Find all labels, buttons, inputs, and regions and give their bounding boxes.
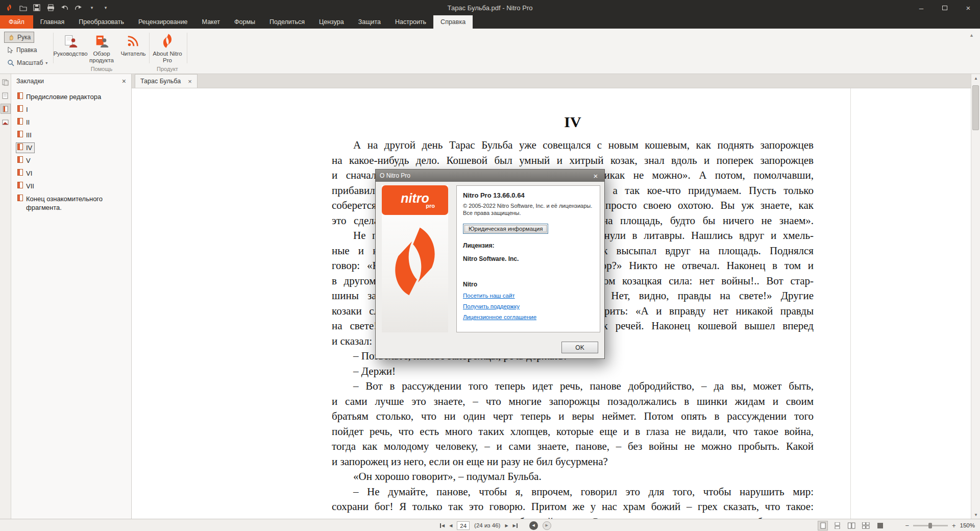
legal-info-button[interactable]: Юридическая информация — [463, 224, 548, 234]
reader-button[interactable]: Читатель — [119, 31, 147, 71]
menu-tab-layout[interactable]: Макет — [195, 15, 227, 29]
toolbar-more-chevron-icon[interactable]: ▾ — [102, 4, 110, 12]
bookmark-item[interactable]: I — [11, 103, 131, 116]
pages-panel-icon[interactable] — [1, 77, 11, 87]
get-support-link[interactable]: Получить поддержку — [463, 303, 520, 309]
ribbon-tab-bar: Файл Главная Преобразовать Рецензировани… — [0, 15, 980, 29]
menu-tab-redact[interactable]: Цензура — [312, 15, 351, 29]
close-button[interactable]: × — [957, 0, 980, 15]
bookmark-icon — [17, 92, 23, 99]
chevron-down-icon: ▾ — [45, 61, 47, 65]
page-edge-line — [850, 88, 851, 519]
bookmark-icon — [17, 169, 23, 176]
next-view-button[interactable]: ▶ — [543, 521, 551, 530]
minimize-button[interactable]: – — [910, 0, 933, 15]
comments-panel-icon[interactable] — [1, 90, 11, 101]
menu-tab-review[interactable]: Рецензирование — [131, 15, 195, 29]
window-title: Тарас Бульба.pdf - Nitro Pro — [448, 4, 533, 12]
redo-icon[interactable] — [74, 4, 82, 12]
scroll-down-icon[interactable]: ▼ — [971, 511, 980, 519]
about-nitro-pro-button[interactable]: About Nitro Pro — [152, 31, 183, 71]
visit-website-link[interactable]: Посетить наш сайт — [463, 293, 515, 299]
bookmark-icon — [17, 143, 23, 150]
last-page-button[interactable]: ▶ — [513, 523, 518, 528]
menu-tab-forms[interactable]: Формы — [227, 15, 262, 29]
doc-line: – Держи! — [332, 364, 814, 379]
doc-line: тогда как молодому человеку, – и сами зн… — [332, 439, 814, 454]
first-page-button[interactable]: ◀ — [440, 523, 445, 528]
zoom-slider[interactable] — [913, 525, 948, 526]
menu-tab-share[interactable]: Поделиться — [262, 15, 312, 29]
zoom-level-label: 150% — [960, 522, 975, 528]
bookmark-item[interactable]: VII — [11, 180, 131, 192]
ribbon-separator — [149, 33, 150, 63]
page-number-input[interactable]: 24 — [457, 521, 470, 530]
tab-close-icon[interactable]: × — [188, 78, 192, 85]
toolbar-customize-chevron-icon[interactable]: ▾ — [88, 4, 96, 12]
ok-button[interactable]: OK — [561, 342, 598, 353]
dialog-close-icon[interactable]: × — [591, 172, 600, 180]
page-navigation: ◀ ◀ 24 (24 из 46) ▶ ▶ ◀ ▶ — [440, 519, 551, 531]
scroll-up-icon[interactable]: ▲ — [971, 74, 980, 82]
document-tab[interactable]: Тарас Бульба × — [135, 74, 198, 88]
ribbon-separator — [53, 33, 54, 63]
scrollbar-thumb[interactable] — [972, 85, 979, 130]
doc-line: и запорожец из него, если он еще ни разу… — [332, 454, 814, 470]
product-version-label: Nitro Pro 13.66.0.64 — [463, 191, 594, 199]
menu-tab-protect[interactable]: Защита — [351, 15, 388, 29]
zoom-slider-thumb[interactable] — [928, 523, 932, 528]
bookmark-item[interactable]: VI — [11, 167, 131, 180]
ribbon-collapse-icon[interactable]: ▲ — [969, 33, 974, 38]
print-icon[interactable] — [46, 4, 55, 12]
bookmarks-close-icon[interactable]: × — [122, 78, 126, 85]
license-agreement-link[interactable]: Лицензионное соглашение — [463, 314, 536, 320]
next-page-button[interactable]: ▶ — [505, 523, 508, 528]
maximize-button[interactable] — [933, 0, 957, 15]
bookmark-item[interactable]: V — [11, 154, 131, 167]
menu-tab-home[interactable]: Главная — [33, 15, 72, 29]
doc-line: вот сколько лет уже, как, по милости бож… — [332, 515, 814, 519]
facing-continuous-view-icon[interactable] — [861, 521, 871, 530]
bookmark-item[interactable]: Предисловие редактора — [11, 90, 131, 103]
single-page-view-icon[interactable] — [818, 521, 828, 530]
open-icon[interactable] — [19, 4, 27, 12]
continuous-view-icon[interactable] — [832, 521, 842, 530]
doc-line: братьям столько, что ни один черт теперь… — [332, 409, 814, 424]
edit-tool-button[interactable]: Правка — [4, 44, 40, 56]
guide-button[interactable]: Руководство — [56, 31, 85, 71]
page-count-label: (24 из 46) — [474, 522, 500, 528]
chapter-heading: IV — [332, 113, 814, 131]
menu-tab-file[interactable]: Файл — [0, 15, 33, 29]
undo-icon[interactable] — [60, 4, 68, 12]
bookmark-item-selected[interactable]: IV — [11, 141, 131, 154]
previous-view-button[interactable]: ◀ — [529, 521, 538, 530]
maximize-icon — [942, 6, 947, 10]
view-mode-controls — [818, 519, 885, 531]
hand-tool-button[interactable]: Рука — [4, 32, 34, 43]
zoom-in-icon[interactable]: + — [952, 522, 956, 529]
product-tour-icon — [94, 33, 109, 49]
bookmark-item[interactable]: II — [11, 116, 131, 129]
bookmark-item[interactable]: III — [11, 129, 131, 141]
bookmark-item[interactable]: Конец ознакомительного фрагмента. — [11, 192, 131, 214]
doc-line: и сами лучше это знаете, – что многие за… — [332, 394, 814, 409]
document-tab-bar: Тарас Бульба × — [132, 74, 971, 88]
bookmarks-panel-icon[interactable] — [1, 104, 11, 114]
zoom-tool-button[interactable]: Масштаб ▾ — [4, 57, 51, 68]
menu-tab-help[interactable]: Справка — [433, 15, 473, 29]
vertical-scrollbar[interactable]: ▲ ▼ — [971, 74, 980, 519]
facing-pages-view-icon[interactable] — [846, 521, 856, 530]
product-tour-button[interactable]: Обзор продукта — [86, 31, 117, 71]
doc-line: на какое-нибудь дело. Кошевой был умный … — [332, 153, 814, 168]
previous-page-button[interactable]: ◀ — [449, 523, 452, 528]
dialog-titlebar[interactable]: О Nitro Pro × — [376, 170, 604, 182]
nitro-flame-logo — [390, 223, 439, 300]
menu-tab-customize[interactable]: Настроить — [388, 15, 433, 29]
fullscreen-view-icon[interactable] — [875, 521, 885, 530]
doc-line: «Он хорошо говорит», – подумал Бульба. — [332, 469, 814, 485]
save-icon[interactable] — [33, 4, 41, 12]
attachments-panel-icon[interactable] — [1, 117, 11, 127]
menu-tab-convert[interactable]: Преобразовать — [71, 15, 131, 29]
zoom-out-icon[interactable]: − — [905, 522, 909, 529]
dialog-title: О Nitro Pro — [380, 172, 410, 179]
